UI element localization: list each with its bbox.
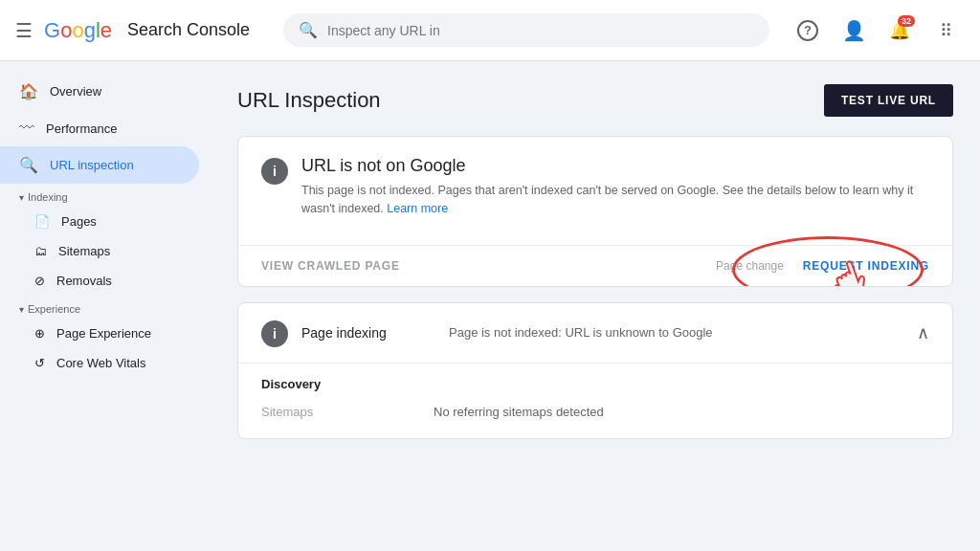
sidebar-label-url-inspection: URL inspection xyxy=(50,158,134,172)
home-icon: 🏠 xyxy=(19,82,38,100)
google-logo: Google xyxy=(44,18,112,43)
collapse-icon[interactable]: ∧ xyxy=(917,322,929,343)
sidebar-label-performance: Performance xyxy=(46,121,117,136)
page-indexing-info-icon: i xyxy=(261,320,288,347)
sidebar-item-sitemaps[interactable]: 🗂 Sitemaps xyxy=(0,236,199,266)
not-indexed-card-body: i URL is not on Google This page is not … xyxy=(238,137,952,245)
page-changed-label: Page change xyxy=(716,259,784,273)
sidebar-item-pages[interactable]: 📄 Pages xyxy=(0,207,199,236)
apps-grid-icon: ⠿ xyxy=(940,20,952,41)
discovery-section: Discovery Sitemaps No referring sitemaps… xyxy=(238,363,952,438)
not-indexed-description: This page is not indexed. Pages that are… xyxy=(301,182,929,218)
right-actions: Page change REQUEST INDEXING xyxy=(716,259,929,273)
page-title: URL Inspection xyxy=(237,88,381,113)
not-indexed-header: i URL is not on Google This page is not … xyxy=(261,156,929,218)
discovery-sitemaps-value: No referring sitemaps detected xyxy=(434,405,604,419)
layout: 🏠 Overview 〰 Performance 🔍 URL inspectio… xyxy=(0,61,980,551)
learn-more-link[interactable]: Learn more xyxy=(387,202,448,215)
google-letter-g2: g xyxy=(84,18,96,43)
search-input[interactable] xyxy=(327,23,754,38)
sitemaps-icon: 🗂 xyxy=(34,244,47,258)
sidebar-item-url-inspection[interactable]: 🔍 URL inspection xyxy=(0,146,199,184)
pages-icon: 📄 xyxy=(34,214,50,229)
header-left: ☰ Google Search Console xyxy=(15,18,264,43)
sidebar-section-indexing[interactable]: ▾ Indexing xyxy=(0,184,211,207)
header: ☰ Google Search Console 🔍 ? 👤 🔔 32 ⠿ xyxy=(0,0,980,61)
search-icon: 🔍 xyxy=(299,21,318,39)
view-crawled-button: VIEW CRAWLED PAGE xyxy=(261,259,400,273)
google-letter-e: e xyxy=(100,18,112,43)
info-icon: i xyxy=(261,158,288,185)
help-button[interactable]: ? xyxy=(789,11,827,50)
sidebar-item-performance[interactable]: 〰 Performance xyxy=(0,110,199,146)
chevron-experience-icon: ▾ xyxy=(19,304,24,315)
page-indexing-status: Page is not indexed: URL is unknown to G… xyxy=(449,325,903,340)
sidebar: 🏠 Overview 〰 Performance 🔍 URL inspectio… xyxy=(0,61,211,551)
sidebar-item-page-experience[interactable]: ⊕ Page Experience xyxy=(0,319,199,348)
sidebar-label-page-experience: Page Experience xyxy=(56,326,151,341)
core-web-vitals-icon: ↺ xyxy=(34,356,45,370)
request-indexing-button[interactable]: REQUEST INDEXING xyxy=(803,259,929,273)
not-indexed-card: i URL is not on Google This page is not … xyxy=(237,136,953,287)
apps-button[interactable]: ⠿ xyxy=(926,11,965,50)
performance-icon: 〰 xyxy=(19,120,34,137)
search-bar: 🔍 xyxy=(283,13,769,47)
sidebar-item-overview[interactable]: 🏠 Overview xyxy=(0,73,199,110)
not-indexed-title: URL is not on Google xyxy=(301,156,929,176)
page-header: URL Inspection TEST LIVE URL xyxy=(237,84,953,117)
account-button[interactable]: 👤 xyxy=(835,11,873,50)
card-actions: VIEW CRAWLED PAGE Page change REQUEST IN… xyxy=(238,245,952,286)
discovery-sitemaps-label: Sitemaps xyxy=(261,405,434,419)
menu-icon[interactable]: ☰ xyxy=(15,19,33,42)
sidebar-label-sitemaps: Sitemaps xyxy=(58,244,110,258)
help-icon: ? xyxy=(797,20,818,41)
not-indexed-content: URL is not on Google This page is not in… xyxy=(301,156,929,218)
page-indexing-label: Page indexing xyxy=(301,325,435,341)
sidebar-experience-label: Experience xyxy=(28,303,80,315)
page-experience-icon: ⊕ xyxy=(34,326,45,341)
notification-count: 32 xyxy=(898,15,915,27)
discovery-title: Discovery xyxy=(261,377,929,391)
sidebar-label-overview: Overview xyxy=(50,84,101,99)
sidebar-section-experience[interactable]: ▾ Experience xyxy=(0,296,211,319)
discovery-row: Sitemaps No referring sitemaps detected xyxy=(261,401,929,423)
main-content: URL Inspection TEST LIVE URL i URL is no… xyxy=(211,61,980,551)
sidebar-item-removals[interactable]: ⊘ Removals xyxy=(0,266,199,296)
chevron-icon: ▾ xyxy=(19,192,24,203)
removals-icon: ⊘ xyxy=(34,274,45,288)
url-inspection-icon: 🔍 xyxy=(19,156,38,174)
sidebar-item-core-web-vitals[interactable]: ↺ Core Web Vitals xyxy=(0,348,199,378)
google-letter-o2: o xyxy=(72,18,83,43)
app-title: Search Console xyxy=(127,20,250,40)
account-icon: 👤 xyxy=(842,19,866,42)
header-icons: ? 👤 🔔 32 ⠿ xyxy=(789,11,965,50)
sidebar-label-pages: Pages xyxy=(61,214,97,229)
notifications-button[interactable]: 🔔 32 xyxy=(880,11,919,50)
page-indexing-header[interactable]: i Page indexing Page is not indexed: URL… xyxy=(238,303,952,363)
sidebar-indexing-label: Indexing xyxy=(28,191,68,203)
test-live-url-button[interactable]: TEST LIVE URL xyxy=(824,84,953,117)
sidebar-label-core-web-vitals: Core Web Vitals xyxy=(56,356,145,370)
google-letter-o1: o xyxy=(60,18,72,43)
sidebar-label-removals: Removals xyxy=(56,274,112,288)
google-letter-g: G xyxy=(44,18,60,43)
search-bar-inner[interactable]: 🔍 xyxy=(283,13,769,47)
page-indexing-card: i Page indexing Page is not indexed: URL… xyxy=(237,302,953,439)
